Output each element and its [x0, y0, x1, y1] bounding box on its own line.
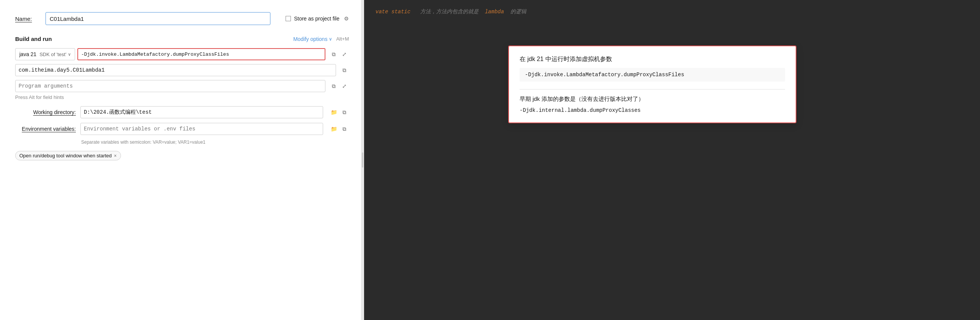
copy-vm-options-button[interactable]: ⧉	[329, 50, 338, 59]
env-vars-input[interactable]	[80, 123, 323, 135]
chevron-down-icon: ∨	[329, 37, 332, 42]
tooltip-divider	[520, 89, 785, 89]
run-debug-tag: Open run/debug tool window when started …	[15, 151, 121, 160]
gear-icon[interactable]: ⚙	[344, 16, 349, 22]
env-vars-row: Environment variables: 📁 ⧉	[15, 123, 349, 135]
name-input[interactable]	[46, 12, 270, 25]
program-args-input[interactable]	[15, 80, 325, 92]
main-class-icons: ⧉	[340, 65, 349, 75]
copy-working-dir-button[interactable]: ⧉	[340, 108, 349, 117]
tooltip-title: 在 jdk 21 中运行时添加虚拟机参数	[520, 55, 785, 63]
divider-handle	[362, 153, 363, 167]
working-dir-row: Working directory: 📁 ⧉	[15, 106, 349, 118]
code-comment-1: 方法，方法内包含的就是	[420, 9, 479, 15]
program-args-row: ⧉ ⤢	[15, 80, 349, 92]
working-dir-input[interactable]	[80, 106, 323, 118]
build-run-header: Build and run Modify options ∨ Alt+M	[15, 36, 349, 42]
run-debug-tag-close[interactable]: ×	[114, 153, 117, 159]
modify-options-button[interactable]: Modify options ∨	[293, 36, 332, 42]
working-dir-icons: 📁 ⧉	[329, 108, 349, 117]
tag-row: Open run/debug tool window when started …	[15, 151, 349, 160]
main-class-input[interactable]	[15, 64, 336, 76]
code-keyword-1: vate static	[375, 9, 410, 15]
program-args-icons: ⧉ ⤢	[329, 81, 349, 91]
code-comment-2: 的逻辑	[511, 9, 527, 15]
env-vars-label: Environment variables:	[15, 126, 76, 132]
code-content: vate static 方法，方法内包含的就是 lambda 的逻辑	[364, 0, 980, 24]
env-vars-icons: 📁 ⧉	[329, 124, 349, 134]
code-lambda-1: lambda	[482, 9, 507, 15]
separator-hint: Separate variables with semicolon: VAR=v…	[81, 140, 349, 145]
sdk-version: java 21	[19, 51, 37, 57]
sdk-name: SDK of 'test'	[40, 52, 66, 57]
tooltip-popup: 在 jdk 21 中运行时添加虚拟机参数 -Djdk.invoke.Lambda…	[508, 46, 796, 123]
store-label: Store as project file	[294, 16, 339, 22]
working-dir-label: Working directory:	[15, 109, 76, 115]
expand-args-button[interactable]: ⤢	[340, 81, 349, 91]
alt-m-hint: Alt+M	[336, 36, 349, 42]
sdk-dropdown-arrow: ∨	[68, 52, 71, 57]
copy-env-button[interactable]: ⧉	[340, 124, 349, 134]
name-row: Name: Store as project file ⚙	[15, 12, 349, 25]
code-line-1: vate static 方法，方法内包含的就是 lambda 的逻辑	[375, 8, 969, 16]
copy-args-button[interactable]: ⧉	[329, 81, 338, 91]
tooltip-code-1: -Djdk.invoke.LambdaMetafactory.dumpProxy…	[520, 68, 785, 81]
main-class-row: ⧉	[15, 64, 349, 76]
run-debug-tag-label: Open run/debug tool window when started	[19, 153, 112, 159]
code-editor-panel: vate static 方法，方法内包含的就是 lambda 的逻辑 在 jdk…	[364, 0, 980, 320]
copy-main-class-button[interactable]: ⧉	[340, 65, 349, 75]
field-hint: Press Alt for field hints	[15, 94, 349, 100]
build-run-title: Build and run	[15, 36, 52, 42]
vm-options-input[interactable]	[77, 48, 325, 60]
folder-browse-button[interactable]: 📁	[329, 108, 338, 117]
tooltip-subtitle: 早期 jdk 添加的参数是（没有去进行版本比对了）	[520, 96, 785, 103]
modify-options-label: Modify options	[293, 36, 327, 42]
panel-divider[interactable]	[361, 0, 364, 320]
folder-env-button[interactable]: 📁	[329, 124, 338, 134]
expand-vm-options-button[interactable]: ⤢	[340, 50, 349, 59]
modify-options-area: Modify options ∨ Alt+M	[293, 36, 349, 42]
sdk-selector[interactable]: java 21 SDK of 'test' ∨	[15, 48, 75, 60]
store-checkbox-row: Store as project file ⚙	[286, 16, 349, 22]
tooltip-code-2: -Djdk.internal.lambda.dumpProxyClasses	[520, 107, 785, 113]
sdk-vm-row: java 21 SDK of 'test' ∨ ⧉ ⤢	[15, 48, 349, 60]
store-project-file-checkbox[interactable]	[286, 16, 291, 21]
config-panel: Name: Store as project file ⚙ Build and …	[0, 0, 364, 320]
vm-options-icons: ⧉ ⤢	[329, 50, 349, 59]
name-label: Name:	[15, 16, 38, 22]
